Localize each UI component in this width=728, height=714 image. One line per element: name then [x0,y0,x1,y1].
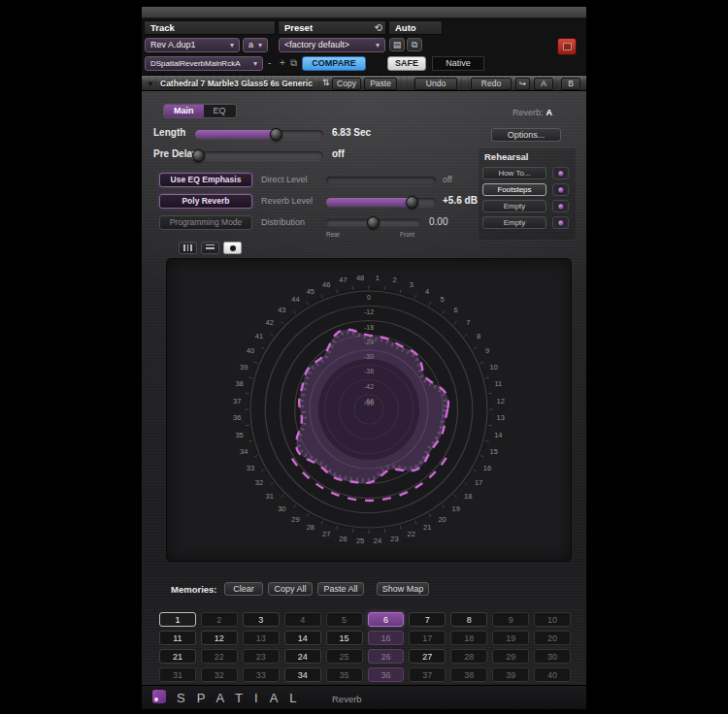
memory-slot-4[interactable]: 4 [284,612,321,627]
memory-slot-16[interactable]: 16 [368,631,405,645]
memory-slot-15[interactable]: 15 [326,631,363,645]
redo-button[interactable]: Redo [471,78,512,90]
poly-reverb-toggle[interactable]: Poly Reverb [159,194,252,209]
radar-plot[interactable]: 1234567891011121314151617181920212223242… [167,259,571,561]
brand-name: SPATIAL [177,691,309,705]
memory-slot-24[interactable]: 24 [284,649,321,664]
rehearsal-empty2-target-icon[interactable] [552,216,569,229]
memory-slot-31[interactable]: 31 [159,667,196,682]
memory-slot-20[interactable]: 20 [534,631,571,645]
preset-decrement-button[interactable]: - [268,58,271,68]
memory-slot-26[interactable]: 26 [368,649,405,664]
memory-slot-3[interactable]: 3 [243,612,280,627]
pre-delay-slider[interactable] [195,151,323,160]
memory-slot-21[interactable]: 21 [159,649,196,664]
compare-button[interactable]: COMPARE [302,56,366,71]
preset-selector[interactable]: <factory default>▾ [279,38,385,52]
view-mode-dot-button[interactable] [223,242,242,254]
memory-slot-25[interactable]: 25 [326,649,363,664]
memory-slot-19[interactable]: 19 [492,631,529,645]
use-eq-emphasis-toggle[interactable]: Use EQ Emphasis [159,173,252,187]
librarian-save-icon[interactable]: ▤ [389,38,405,51]
target-button[interactable] [557,38,577,55]
memories-show-map-button[interactable]: Show Map [377,582,429,596]
memory-slot-8[interactable]: 8 [450,612,487,627]
memory-slot-6[interactable]: 6 [368,612,405,627]
preset-cycle-icon[interactable]: ⟲ [375,21,382,34]
spatial-map-panel[interactable]: 1234567891011121314151617181920212223242… [166,258,572,562]
memory-slot-17[interactable]: 17 [409,631,446,645]
memory-slot-10[interactable]: 10 [534,612,571,627]
preset-spinner-icon[interactable]: ⇅ [322,78,330,87]
memory-slot-12[interactable]: 12 [201,631,238,645]
svg-text:-42: -42 [364,383,374,390]
memory-slot-39[interactable]: 39 [492,667,529,682]
rehearsal-footsteps-target-icon[interactable] [552,183,569,196]
undo-button[interactable]: Undo [414,78,457,90]
insert-position-selector[interactable]: a▾ [243,38,268,52]
memory-slot-28[interactable]: 28 [450,649,487,664]
memory-slot-30[interactable]: 30 [534,649,571,664]
slot-a-button[interactable]: A [534,78,553,90]
memory-slot-33[interactable]: 33 [243,667,280,682]
memory-slot-7[interactable]: 7 [409,612,446,627]
memory-slot-40[interactable]: 40 [534,667,571,682]
memory-slot-37[interactable]: 37 [409,667,446,682]
copy-button[interactable]: Copy [332,78,361,90]
memory-slot-38[interactable]: 38 [450,667,487,682]
rehearsal-empty1-target-icon[interactable] [552,200,569,212]
memory-slot-36[interactable]: 36 [368,667,405,682]
preset-increment-button[interactable]: + [280,58,285,68]
rehearsal-howto-button[interactable]: How To... [482,167,546,179]
direct-level-slider[interactable] [326,177,436,185]
preset-menu-triangle-icon[interactable]: ▼ [147,80,154,88]
memory-slot-29[interactable]: 29 [492,649,529,664]
memory-slot-13[interactable]: 13 [243,631,280,645]
insert-plugin-selector[interactable]: DSpatialReverbMainRckA▾ [145,56,263,71]
svg-text:4: 4 [425,287,429,296]
distribution-slider-knob[interactable] [367,216,380,229]
memories-copy-all-button[interactable]: Copy All [268,582,313,596]
view-mode-bars-button[interactable] [179,242,197,254]
memory-slot-35[interactable]: 35 [326,667,363,682]
length-slider[interactable] [195,130,323,139]
memory-slot-22[interactable]: 22 [201,649,238,664]
svg-text:16: 16 [483,464,491,472]
options-button[interactable]: Options... [491,128,561,142]
pre-delay-slider-knob[interactable] [192,149,205,162]
memory-slot-18[interactable]: 18 [450,631,487,645]
rehearsal-empty2-button[interactable]: Empty [482,216,546,229]
memory-slot-14[interactable]: 14 [284,631,321,645]
paste-button[interactable]: Paste [364,78,397,90]
memories-clear-button[interactable]: Clear [224,582,263,596]
memory-slot-5[interactable]: 5 [326,612,363,627]
memory-slot-2[interactable]: 2 [201,612,238,627]
view-mode-lines-button[interactable] [201,242,219,254]
pre-delay-label: Pre Delay [153,148,198,159]
tab-main[interactable]: Main [164,105,204,117]
memory-slot-9[interactable]: 9 [492,612,529,627]
track-selector[interactable]: Rev A.dup1▾ [145,38,240,52]
memory-slot-27[interactable]: 27 [409,649,446,664]
length-slider-knob[interactable] [270,128,282,141]
memory-slot-23[interactable]: 23 [243,649,280,664]
reverb-level-slider[interactable] [326,198,436,207]
compare-copy-icon[interactable]: ⧉ [290,58,297,68]
memory-slot-1[interactable]: 1 [159,612,196,627]
reverb-level-slider-knob[interactable] [406,196,418,209]
window-titlebar[interactable] [142,7,586,18]
memory-slot-34[interactable]: 34 [284,667,321,682]
memory-slot-11[interactable]: 11 [159,631,196,645]
safe-button[interactable]: SAFE [387,56,426,71]
memories-paste-all-button[interactable]: Paste All [317,582,364,596]
rehearsal-empty1-button[interactable]: Empty [482,200,546,212]
rehearsal-footsteps-button[interactable]: Footsteps [482,183,546,196]
memory-slot-32[interactable]: 32 [201,667,238,682]
ab-swap-icon[interactable]: ↪ [515,78,530,90]
librarian-folder-icon[interactable]: ⧉ [407,38,422,51]
slot-b-button[interactable]: B [561,78,580,90]
programming-mode-toggle[interactable]: Programming Mode [159,215,252,230]
rehearsal-howto-target-icon[interactable] [552,167,569,179]
distribution-slider[interactable] [326,219,420,226]
tab-eq[interactable]: EQ [204,105,236,117]
